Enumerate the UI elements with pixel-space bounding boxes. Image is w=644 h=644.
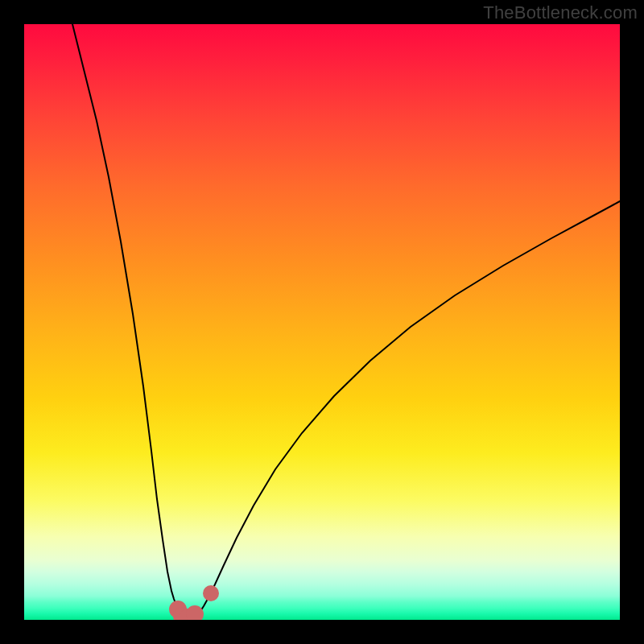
bottleneck-curve xyxy=(72,24,620,618)
curve-svg xyxy=(24,24,620,620)
marker-4 xyxy=(186,605,204,620)
outer-frame: TheBottleneck.com xyxy=(0,0,644,644)
watermark-text: TheBottleneck.com xyxy=(483,2,638,23)
marker-5 xyxy=(203,585,219,601)
plot-area xyxy=(24,24,620,620)
